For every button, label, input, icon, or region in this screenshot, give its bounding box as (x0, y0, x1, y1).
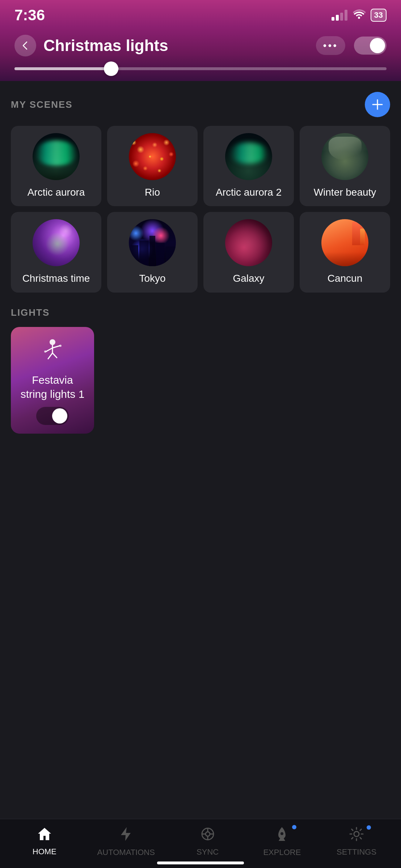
bolt-icon (120, 826, 132, 845)
scene-card-tokyo[interactable]: Tokyo (107, 212, 198, 292)
page-title: Christmas lights (43, 37, 168, 55)
scenes-grid: Arctic aurora Rio Arctic aurora 2 (11, 126, 390, 293)
scene-card-winter-beauty[interactable]: Winter beauty (300, 126, 390, 206)
brightness-thumb (104, 61, 118, 76)
header-actions: ••• (316, 36, 387, 55)
nav-label-home: HOME (33, 847, 56, 856)
nav-label-explore: EXPLORE (263, 848, 301, 857)
scenes-section-header: MY SCENES (11, 92, 390, 117)
nav-item-sync[interactable]: SYNC (186, 827, 229, 857)
scene-name-arctic-aurora-2: Arctic aurora 2 (216, 186, 282, 199)
svg-line-4 (46, 348, 52, 352)
light-toggle-festavia-1[interactable] (36, 407, 69, 425)
header-left: Christmas lights (14, 35, 168, 56)
svg-point-8 (44, 350, 46, 353)
header-row: Christmas lights ••• (14, 35, 387, 56)
svg-point-11 (206, 832, 210, 836)
explore-notification-dot (292, 825, 296, 829)
power-toggle[interactable] (354, 37, 387, 55)
nav-item-automations[interactable]: AUTOMATIONS (97, 826, 155, 857)
gear-icon (349, 827, 364, 844)
page-header: Christmas lights ••• (0, 27, 401, 81)
scene-image-christmas-time (33, 219, 80, 266)
light-toggle-knob (52, 408, 67, 424)
lights-title: LIGHTS (11, 307, 50, 318)
main-content: MY SCENES Arctic aurora (0, 81, 401, 506)
scene-name-winter-beauty: Winter beauty (314, 186, 376, 199)
battery-icon: 33 (371, 9, 387, 22)
svg-line-7 (52, 353, 57, 358)
status-time: 7:36 (14, 7, 45, 24)
svg-point-9 (59, 345, 62, 347)
svg-line-6 (48, 353, 52, 359)
scene-image-arctic-aurora (33, 133, 80, 180)
nav-label-sync: SYNC (197, 847, 219, 857)
scene-image-cancun (321, 219, 368, 266)
scene-card-rio[interactable]: Rio (107, 126, 198, 206)
scenes-title: MY SCENES (11, 99, 73, 110)
add-scene-button[interactable] (365, 92, 390, 117)
scene-name-galaxy: Galaxy (233, 272, 264, 285)
back-button[interactable] (14, 35, 36, 56)
scene-card-cancun[interactable]: Cancun (300, 212, 390, 292)
scene-card-arctic-aurora[interactable]: Arctic aurora (11, 126, 101, 206)
nav-item-explore[interactable]: EXPLORE (260, 826, 304, 857)
scene-card-galaxy[interactable]: Galaxy (203, 212, 294, 292)
nav-item-home[interactable]: HOME (23, 827, 66, 856)
rocket-icon (275, 826, 288, 845)
status-bar: 7:36 33 (0, 0, 401, 27)
nav-label-settings: SETTINGS (337, 847, 376, 857)
sync-icon (200, 827, 215, 844)
scene-card-arctic-aurora-2[interactable]: Arctic aurora 2 (203, 126, 294, 206)
bottom-nav: HOME AUTOMATIONS SYNC (0, 819, 401, 868)
scene-image-galaxy (225, 219, 272, 266)
svg-line-5 (52, 346, 60, 348)
scene-name-cancun: Cancun (328, 272, 363, 285)
nav-label-automations: AUTOMATIONS (97, 848, 155, 857)
svg-point-16 (280, 832, 283, 835)
wifi-icon (353, 9, 366, 21)
scene-name-arctic-aurora: Arctic aurora (28, 186, 85, 199)
home-icon (37, 827, 52, 844)
scene-card-christmas-time[interactable]: Christmas time (11, 212, 101, 292)
signal-icon (332, 10, 347, 21)
scene-name-tokyo: Tokyo (139, 272, 165, 285)
scene-name-christmas-time: Christmas time (22, 272, 90, 285)
brightness-track (14, 67, 119, 70)
scene-image-rio (129, 133, 176, 180)
scene-image-tokyo (129, 219, 176, 266)
home-indicator-bar (157, 861, 244, 864)
light-card-festavia-1[interactable]: Festavia string lights 1 (11, 327, 94, 434)
string-lights-icon (38, 338, 67, 364)
svg-point-2 (50, 339, 55, 345)
nav-item-settings[interactable]: SETTINGS (335, 827, 378, 857)
scene-name-rio: Rio (145, 186, 160, 199)
brightness-slider[interactable] (14, 67, 387, 70)
light-name-festavia-1: Festavia string lights 1 (20, 373, 85, 401)
scene-image-arctic-aurora-2 (225, 133, 272, 180)
toggle-knob (370, 38, 385, 53)
scene-image-winter-beauty (321, 133, 368, 180)
lights-section: LIGHTS Fe (11, 307, 390, 434)
status-icons: 33 (332, 9, 387, 22)
svg-point-17 (354, 831, 359, 837)
settings-notification-dot (367, 825, 371, 830)
more-button[interactable]: ••• (316, 36, 345, 55)
